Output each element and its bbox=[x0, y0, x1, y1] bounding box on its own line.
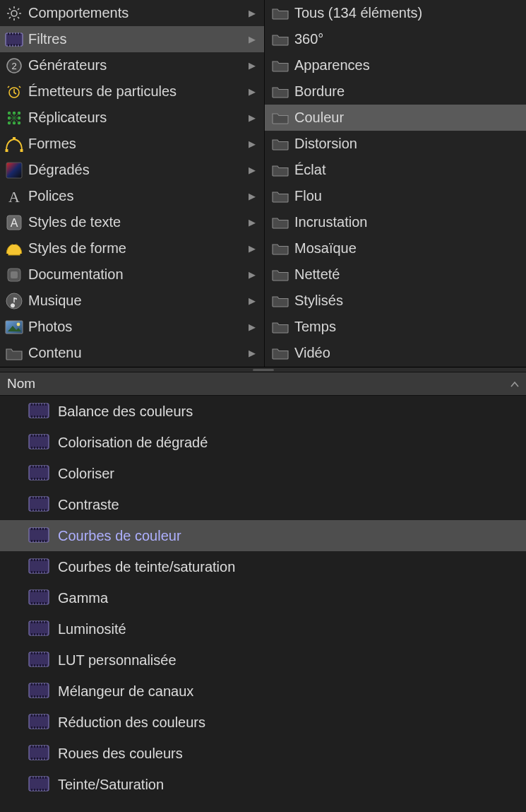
subcategory-tous[interactable]: Tous (134 éléments) bbox=[265, 0, 526, 26]
music-icon bbox=[4, 291, 24, 311]
filter-item-icon bbox=[28, 558, 49, 575]
svg-rect-88 bbox=[40, 509, 41, 511]
svg-rect-150 bbox=[31, 664, 32, 666]
category-comportements[interactable]: Comportements ▶ bbox=[0, 0, 264, 26]
subcategory-couleur[interactable]: Couleur bbox=[265, 105, 526, 131]
subcategory-mosaique[interactable]: Mosaïque bbox=[265, 235, 526, 261]
list-header[interactable]: Nom bbox=[0, 372, 526, 396]
svg-rect-108 bbox=[40, 559, 41, 561]
list-item[interactable]: Luminosité bbox=[0, 613, 526, 645]
list-item[interactable]: Courbes de teinte/saturation bbox=[0, 551, 526, 582]
subcategory-stylises[interactable]: Stylisés bbox=[265, 288, 526, 314]
svg-point-38 bbox=[17, 322, 20, 326]
list-item[interactable]: LUT personnalisée bbox=[0, 645, 526, 676]
list-item[interactable]: Coloriser bbox=[0, 458, 526, 489]
svg-rect-164 bbox=[34, 695, 35, 698]
category-contenu[interactable]: Contenu ▶ bbox=[0, 340, 264, 366]
subcategory-video[interactable]: Vidéo bbox=[265, 340, 526, 366]
svg-rect-178 bbox=[37, 726, 38, 729]
category-degrades[interactable]: Dégradés ▶ bbox=[0, 157, 264, 183]
folder-icon bbox=[272, 164, 289, 177]
svg-rect-153 bbox=[40, 664, 41, 666]
subcategory-bordure[interactable]: Bordure bbox=[265, 78, 526, 105]
svg-rect-206 bbox=[42, 789, 44, 791]
svg-rect-101 bbox=[40, 540, 41, 542]
svg-rect-98 bbox=[31, 540, 32, 542]
svg-rect-49 bbox=[40, 416, 41, 418]
list-item-label: Colorisation de dégradé bbox=[58, 435, 208, 451]
list-item[interactable]: Balance des couleurs bbox=[0, 396, 526, 427]
chevron-right-icon: ▶ bbox=[246, 269, 258, 280]
svg-rect-53 bbox=[31, 435, 32, 437]
svg-rect-132 bbox=[34, 621, 35, 623]
list-item[interactable]: Teinte/Saturation bbox=[0, 769, 526, 800]
svg-rect-62 bbox=[40, 447, 41, 449]
subcategory-label: Flou bbox=[294, 188, 526, 204]
list-item[interactable]: Mélangeur de canaux bbox=[0, 676, 526, 707]
svg-rect-68 bbox=[37, 466, 38, 468]
subcategory-label: Apparences bbox=[294, 57, 526, 73]
category-styles-texte[interactable]: A Styles de texte ▶ bbox=[0, 209, 264, 235]
list-item[interactable]: Contraste bbox=[0, 489, 526, 520]
svg-rect-124 bbox=[31, 602, 32, 604]
svg-rect-41 bbox=[34, 404, 35, 406]
subcategory-eclat[interactable]: Éclat bbox=[265, 157, 526, 183]
svg-rect-126 bbox=[37, 602, 38, 604]
svg-rect-4 bbox=[13, 33, 15, 35]
svg-rect-135 bbox=[42, 621, 44, 623]
subcategory-nettete[interactable]: Netteté bbox=[265, 261, 526, 288]
list-item[interactable]: Courbes de couleur bbox=[0, 520, 526, 551]
subcategory-flou[interactable]: Flou bbox=[265, 183, 526, 209]
list-item[interactable]: Gamma bbox=[0, 582, 526, 613]
subcategory-label: Vidéo bbox=[294, 345, 526, 361]
svg-rect-114 bbox=[40, 571, 41, 573]
svg-rect-176 bbox=[31, 726, 32, 729]
svg-rect-128 bbox=[42, 602, 44, 604]
category-documentation[interactable]: Documentation ▶ bbox=[0, 261, 264, 288]
category-emetteurs[interactable]: Émetteurs de particules ▶ bbox=[0, 78, 264, 105]
category-label: Contenu bbox=[28, 345, 246, 361]
svg-rect-136 bbox=[45, 621, 47, 623]
svg-rect-5 bbox=[16, 33, 18, 35]
subcategory-incrustation[interactable]: Incrustation bbox=[265, 209, 526, 235]
list-item[interactable]: Réduction des couleurs bbox=[0, 707, 526, 738]
list-item[interactable]: Roues des couleurs bbox=[0, 738, 526, 769]
list-item-label: Gamma bbox=[58, 590, 108, 606]
category-photos[interactable]: Photos ▶ bbox=[0, 314, 264, 340]
subcategory-temps[interactable]: Temps bbox=[265, 314, 526, 340]
svg-rect-123 bbox=[45, 590, 47, 592]
folder-icon bbox=[272, 86, 289, 98]
subcategory-label: Netteté bbox=[294, 266, 526, 283]
category-filtres[interactable]: Filtres ▶ bbox=[0, 26, 264, 52]
svg-rect-84 bbox=[45, 497, 47, 499]
svg-rect-186 bbox=[40, 746, 41, 748]
svg-rect-205 bbox=[40, 789, 41, 791]
shape-icon bbox=[4, 134, 24, 154]
subcategory-distorsion[interactable]: Distorsion bbox=[265, 131, 526, 157]
svg-rect-144 bbox=[31, 652, 32, 654]
category-replicateurs[interactable]: Réplicateurs ▶ bbox=[0, 105, 264, 131]
chevron-right-icon: ▶ bbox=[246, 191, 258, 201]
subcategory-apparences[interactable]: Apparences bbox=[265, 52, 526, 78]
svg-rect-85 bbox=[31, 509, 32, 511]
category-formes[interactable]: Formes ▶ bbox=[0, 131, 264, 157]
svg-rect-100 bbox=[37, 540, 38, 542]
filter-item-icon bbox=[28, 745, 49, 762]
category-generateurs[interactable]: 2 Générateurs ▶ bbox=[0, 52, 264, 78]
svg-rect-192 bbox=[40, 758, 41, 760]
svg-rect-75 bbox=[40, 478, 41, 480]
svg-rect-11 bbox=[19, 44, 20, 46]
category-styles-forme[interactable]: Styles de forme ▶ bbox=[0, 235, 264, 261]
pane-splitter[interactable] bbox=[0, 367, 526, 372]
category-polices[interactable]: A Polices ▶ bbox=[0, 183, 264, 209]
svg-rect-80 bbox=[34, 497, 35, 499]
filter-item-icon bbox=[28, 652, 49, 669]
category-musique[interactable]: Musique ▶ bbox=[0, 288, 264, 314]
svg-rect-2 bbox=[8, 33, 9, 35]
svg-rect-54 bbox=[34, 435, 35, 437]
list-item[interactable]: Colorisation de dégradé bbox=[0, 427, 526, 458]
svg-rect-89 bbox=[42, 509, 44, 511]
svg-rect-174 bbox=[42, 714, 44, 717]
svg-rect-121 bbox=[40, 590, 41, 592]
subcategory-360[interactable]: 360° bbox=[265, 26, 526, 52]
